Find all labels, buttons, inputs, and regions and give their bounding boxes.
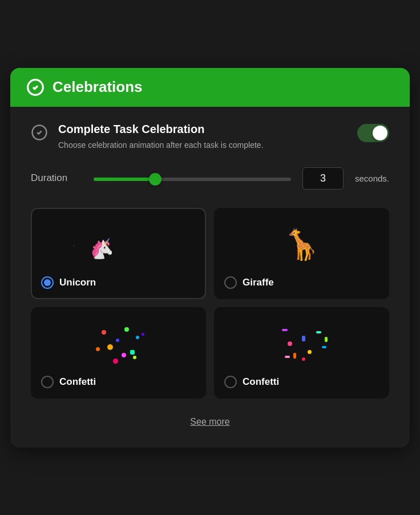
confetti2-animation <box>224 317 379 371</box>
panel-title: Celebrations <box>52 78 143 96</box>
unicorn-figure: 🦄 <box>90 237 114 260</box>
duration-row: Duration seconds. <box>31 167 389 190</box>
panel-header: Celebrations <box>10 68 410 107</box>
option-card-unicorn[interactable]: 🦄 Unicorn <box>31 208 206 299</box>
option-card-giraffe[interactable]: 🦒 Giraffe <box>214 208 389 299</box>
see-more-button[interactable]: See more <box>183 415 236 429</box>
option-card-confetti2[interactable]: Confetti <box>214 307 389 399</box>
complete-task-section: Complete Task Celebration Choose celebra… <box>31 123 389 151</box>
duration-input[interactable] <box>302 167 344 190</box>
giraffe-radio[interactable] <box>224 276 237 289</box>
task-title: Complete Task Celebration <box>58 123 347 136</box>
confetti1-label-row: Confetti <box>41 376 96 388</box>
confetti1-radio[interactable] <box>41 376 54 388</box>
giraffe-label-row: Giraffe <box>224 276 274 289</box>
celebrations-check-icon <box>26 78 45 96</box>
unicorn-name: Unicorn <box>59 277 96 288</box>
confetti2-name: Confetti <box>243 376 279 388</box>
duration-slider-container <box>94 173 291 183</box>
celebration-toggle[interactable] <box>357 124 389 142</box>
confetti2-radio[interactable] <box>224 376 237 388</box>
rainbow-arc <box>73 222 164 268</box>
confetti2-label-row: Confetti <box>224 376 279 388</box>
panel-body: Complete Task Celebration Choose celebra… <box>10 107 410 448</box>
giraffe-animation: 🦒 <box>224 218 379 272</box>
confetti1-name: Confetti <box>59 376 96 388</box>
task-check-icon <box>31 124 48 141</box>
options-grid: 🦄 Unicorn 🦒 Giraffe <box>31 208 389 399</box>
task-text: Complete Task Celebration Choose celebra… <box>58 123 347 151</box>
toggle-knob <box>373 126 387 140</box>
duration-label: Duration <box>31 172 82 184</box>
task-desc: Choose celebration animation after each … <box>58 139 347 151</box>
rainbow-container: 🦄 <box>73 222 164 268</box>
giraffe-name: Giraffe <box>243 277 274 288</box>
radio-inner <box>44 279 51 286</box>
confetti-dots-2 <box>273 324 330 364</box>
unicorn-radio[interactable] <box>41 276 54 289</box>
celebrations-panel: Celebrations Complete Task Celebration C… <box>10 68 410 448</box>
giraffe-emoji: 🦒 <box>283 227 320 262</box>
duration-slider[interactable] <box>94 178 291 181</box>
unicorn-label-row: Unicorn <box>41 276 96 289</box>
see-more-row: See more <box>31 415 389 429</box>
duration-unit: seconds. <box>355 174 389 183</box>
confetti1-animation <box>41 317 196 371</box>
confetti-dots-1 <box>90 324 147 364</box>
option-card-confetti1[interactable]: Confetti <box>31 307 206 399</box>
unicorn-animation: 🦄 <box>41 218 196 272</box>
